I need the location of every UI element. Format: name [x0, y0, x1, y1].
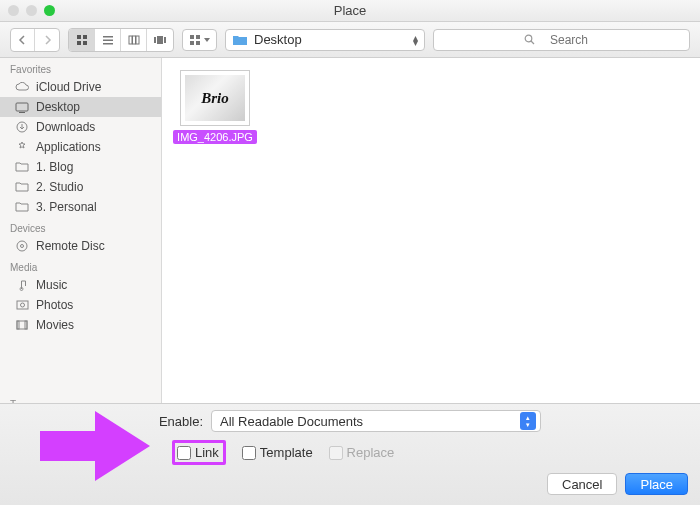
columns-icon	[128, 34, 140, 46]
file-name-label: IMG_4206.JPG	[173, 130, 257, 144]
sidebar: Favorites iCloud Drive Desktop Downloads…	[0, 58, 162, 403]
svg-rect-19	[16, 103, 28, 111]
svg-rect-14	[196, 35, 200, 39]
sidebar-item-remote-disc[interactable]: Remote Disc	[0, 236, 161, 256]
enable-row: Enable: All Readable Documents ▴▾	[12, 410, 688, 432]
sidebar-item-label: Desktop	[36, 100, 80, 114]
coverflow-view-button[interactable]	[147, 29, 173, 51]
sidebar-header-favorites: Favorites	[0, 58, 161, 77]
folder-icon	[14, 202, 30, 212]
place-button-label: Place	[640, 477, 673, 492]
titlebar: Place	[0, 0, 700, 22]
sidebar-item-label: Movies	[36, 318, 74, 332]
sidebar-item-photos[interactable]: Photos	[0, 295, 161, 315]
minimize-window-button[interactable]	[26, 5, 37, 16]
sidebar-item-icloud[interactable]: iCloud Drive	[0, 77, 161, 97]
svg-rect-5	[103, 39, 113, 41]
replace-checkbox: Replace	[329, 445, 395, 460]
forward-button[interactable]	[35, 29, 59, 51]
file-item[interactable]: Brio IMG_4206.JPG	[174, 70, 256, 144]
sidebar-header-tags: T---	[0, 393, 161, 403]
sidebar-item-personal[interactable]: 3. Personal	[0, 197, 161, 217]
sidebar-item-studio[interactable]: 2. Studio	[0, 177, 161, 197]
svg-rect-16	[196, 41, 200, 45]
action-row: Cancel Place	[12, 473, 688, 495]
window-title: Place	[0, 3, 700, 18]
chevron-down-icon	[204, 38, 210, 42]
sidebar-item-label: 3. Personal	[36, 200, 97, 214]
svg-point-22	[17, 241, 27, 251]
sidebar-item-label: Music	[36, 278, 67, 292]
sidebar-item-desktop[interactable]: Desktop	[0, 97, 161, 117]
svg-rect-2	[77, 41, 81, 45]
back-button[interactable]	[11, 29, 35, 51]
template-checkbox-input[interactable]	[242, 446, 256, 460]
svg-rect-6	[103, 43, 113, 45]
file-browser[interactable]: Brio IMG_4206.JPG	[162, 58, 700, 403]
arrange-icon	[189, 34, 201, 46]
toolbar: Desktop ▴▾	[0, 22, 700, 58]
svg-rect-9	[136, 36, 139, 44]
svg-point-17	[525, 35, 532, 42]
link-checkbox-input[interactable]	[177, 446, 191, 460]
sidebar-item-label: Remote Disc	[36, 239, 105, 253]
thumbnail-preview: Brio	[185, 75, 245, 121]
applications-icon	[14, 141, 30, 153]
updown-icon: ▴▾	[520, 412, 536, 430]
search-field[interactable]	[433, 29, 690, 51]
place-button[interactable]: Place	[625, 473, 688, 495]
sidebar-header-devices: Devices	[0, 217, 161, 236]
folder-icon	[14, 182, 30, 192]
place-dialog: Place	[0, 0, 700, 505]
enable-label: Enable:	[159, 414, 203, 429]
photos-icon	[14, 300, 30, 310]
svg-rect-8	[132, 36, 135, 44]
svg-point-23	[21, 245, 24, 248]
arrange-button[interactable]	[182, 29, 217, 51]
enable-select[interactable]: All Readable Documents ▴▾	[211, 410, 541, 432]
updown-icon: ▴▾	[413, 35, 418, 45]
replace-checkbox-label: Replace	[347, 445, 395, 460]
folder-icon	[14, 162, 30, 172]
body: Favorites iCloud Drive Desktop Downloads…	[0, 58, 700, 403]
downloads-icon	[14, 121, 30, 133]
svg-point-25	[20, 303, 24, 307]
grid-icon	[76, 34, 88, 46]
list-icon	[102, 34, 114, 46]
sidebar-item-blog[interactable]: 1. Blog	[0, 157, 161, 177]
movies-icon	[14, 320, 30, 330]
link-checkbox-label: Link	[195, 445, 219, 460]
sidebar-item-label: 2. Studio	[36, 180, 83, 194]
svg-rect-4	[103, 36, 113, 38]
view-mode-segment	[68, 28, 174, 52]
sidebar-item-label: iCloud Drive	[36, 80, 101, 94]
sidebar-item-label: Downloads	[36, 120, 95, 134]
sidebar-item-music[interactable]: Music	[0, 275, 161, 295]
zoom-window-button[interactable]	[44, 5, 55, 16]
close-window-button[interactable]	[8, 5, 19, 16]
svg-rect-12	[164, 37, 166, 43]
music-icon	[14, 279, 30, 291]
replace-checkbox-input	[329, 446, 343, 460]
sidebar-item-label: 1. Blog	[36, 160, 73, 174]
svg-rect-0	[77, 35, 81, 39]
template-checkbox[interactable]: Template	[242, 445, 313, 460]
svg-line-18	[531, 41, 534, 44]
sidebar-header-media: Media	[0, 256, 161, 275]
cloud-icon	[14, 82, 30, 92]
coverflow-icon	[153, 34, 167, 46]
location-popup[interactable]: Desktop ▴▾	[225, 29, 425, 51]
cancel-button[interactable]: Cancel	[547, 473, 617, 495]
svg-rect-27	[17, 321, 19, 329]
column-view-button[interactable]	[121, 29, 147, 51]
sidebar-item-downloads[interactable]: Downloads	[0, 117, 161, 137]
icon-view-button[interactable]	[69, 29, 95, 51]
link-checkbox[interactable]: Link	[177, 445, 219, 460]
svg-rect-10	[154, 37, 156, 43]
list-view-button[interactable]	[95, 29, 121, 51]
cancel-button-label: Cancel	[562, 477, 602, 492]
template-checkbox-label: Template	[260, 445, 313, 460]
search-input[interactable]	[539, 33, 599, 47]
sidebar-item-applications[interactable]: Applications	[0, 137, 161, 157]
sidebar-item-movies[interactable]: Movies	[0, 315, 161, 335]
